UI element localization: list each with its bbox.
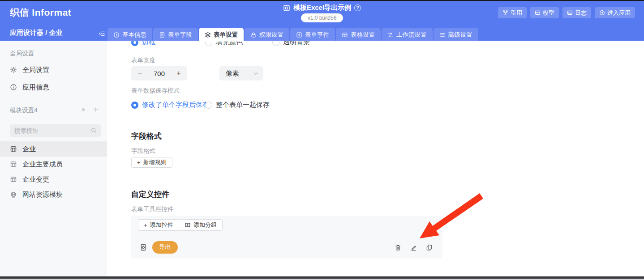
add-group-icon — [185, 222, 191, 228]
form-width-value[interactable]: 700 — [154, 70, 165, 77]
app-header: 织信 Informat 模板Excel导出示例 ? v1.0 build56 引… — [0, 1, 644, 41]
tab-form-fields[interactable]: 表单字段 — [153, 28, 198, 42]
toolbar-controls-label: 表单工具栏控件 — [131, 205, 174, 213]
app-window: 边框 填充颜色 透明背景 表单宽度 − 700 + 像素 表单数据保存模式 修改… — [0, 0, 644, 280]
field-format-label: 字段格式 — [131, 147, 155, 155]
export-control-button[interactable]: 导出 — [152, 241, 178, 254]
radio-label: 整个表单一起保存 — [216, 101, 270, 109]
control-item-row: 导出 — [131, 236, 442, 259]
help-icon[interactable]: ? — [354, 4, 361, 11]
button-label: 引用 — [511, 9, 522, 17]
save-mode-label: 表单数据保存模式 — [131, 87, 180, 95]
field-format-heading: 字段格式 — [131, 131, 162, 141]
radio-label: 修改了单个字段后保存 — [142, 101, 209, 109]
tab-label: 基本信息 — [122, 31, 146, 39]
button-label: 进入应用 — [607, 9, 631, 17]
sidebar-module-enterprise[interactable]: 企业 — [0, 141, 107, 157]
tab-label: 表格设置 — [351, 31, 375, 39]
tab-label: 表单事件 — [305, 31, 329, 39]
layers-icon — [205, 32, 211, 38]
sidebar-item-global-settings[interactable]: 全局设置 — [0, 61, 107, 78]
button-label: 添加控件 — [150, 221, 173, 229]
module-section-actions — [80, 106, 99, 113]
edit-icon[interactable] — [410, 244, 417, 251]
logs-icon — [567, 10, 573, 16]
designer-sidebar: 全局设置 全局设置 应用信息 模块设置4 — [0, 41, 107, 276]
add-rule-button[interactable]: + 新增规则 — [131, 157, 172, 168]
chevron-down-icon — [253, 70, 259, 76]
stepper-minus-button[interactable]: − — [137, 69, 143, 77]
info-circle-icon — [10, 84, 17, 91]
width-unit-select[interactable]: 像素 — [219, 66, 263, 81]
info-icon — [113, 32, 120, 38]
button-label: 新增规则 — [143, 158, 167, 166]
tab-workflow-settings[interactable]: 工作流设置 — [382, 28, 433, 42]
tab-basic-info[interactable]: 基本信息 — [107, 28, 152, 42]
tab-form-settings[interactable]: 表单设置 — [199, 28, 244, 42]
stepper-plus-button[interactable]: + — [176, 69, 182, 77]
table-module-icon — [10, 145, 17, 153]
module-search-input[interactable] — [10, 124, 101, 137]
radio-save-whole-form[interactable]: 整个表单一起保存 — [205, 101, 270, 109]
header-actions: 引用 模型 日志 进入应用 — [498, 7, 635, 18]
module-label: 企业主要成员 — [22, 160, 63, 169]
button-label: 日志 — [575, 9, 587, 17]
window-top-edge — [0, 0, 644, 1]
stack-icon — [439, 32, 446, 38]
tab-label: 工作流设置 — [396, 31, 427, 39]
collapse-all-icon[interactable] — [80, 106, 86, 113]
tab-advanced-settings[interactable]: 高级设置 — [434, 28, 478, 42]
copy-icon[interactable] — [426, 244, 433, 251]
form-width-label: 表单宽度 — [131, 56, 155, 64]
collapse-sidebar-icon[interactable] — [99, 30, 105, 37]
search-icon — [90, 127, 97, 134]
add-group-button[interactable]: 添加分组 — [179, 219, 223, 231]
sidebar-item-label: 应用信息 — [22, 83, 49, 92]
app-icon — [283, 4, 290, 12]
sidebar-item-label: 全局设置 — [22, 66, 49, 74]
delete-icon[interactable] — [395, 244, 401, 251]
module-label: 网站资源模块 — [22, 191, 63, 199]
model-icon — [535, 10, 541, 16]
logs-button[interactable]: 日志 — [562, 7, 591, 18]
sidebar-module-web-resources[interactable]: 网站资源模块 — [0, 187, 107, 202]
toolbar-controls-panel: + 添加控件 添加分组 导出 — [131, 216, 442, 259]
model-button[interactable]: 模型 — [530, 7, 559, 18]
radio-dot[interactable] — [205, 102, 212, 109]
module-label: 企业变更 — [22, 175, 49, 184]
references-button[interactable]: 引用 — [498, 7, 527, 18]
lock-icon — [250, 32, 257, 38]
table-module-icon — [10, 161, 17, 168]
breadcrumb: 应用设计器 / 企业 — [10, 29, 63, 37]
custom-controls-heading: 自定义控件 — [131, 189, 169, 199]
control-type-icon — [140, 244, 147, 251]
add-module-icon[interactable] — [93, 106, 99, 113]
form-width-stepper: − 700 + — [131, 66, 187, 81]
table-icon — [342, 32, 348, 38]
tab-label: 高级设置 — [448, 31, 472, 39]
radio-save-per-field[interactable]: 修改了单个字段后保存 — [131, 101, 209, 109]
settings-tabs: 基本信息 表单字段 表单设置 权限设置 — [107, 28, 478, 42]
plus-icon: + — [137, 159, 141, 166]
tab-table-settings[interactable]: 表格设置 — [336, 28, 381, 42]
document-icon — [159, 32, 165, 38]
tab-form-events[interactable]: 表单事件 — [290, 28, 335, 42]
enter-app-button[interactable]: 进入应用 — [595, 7, 635, 18]
enter-app-icon — [599, 10, 605, 16]
add-control-button[interactable]: + 添加控件 — [138, 219, 179, 231]
gear-icon — [10, 66, 17, 73]
sidebar-item-app-info[interactable]: 应用信息 — [0, 79, 107, 96]
version-badge[interactable]: v1.0 build56 — [301, 13, 343, 22]
button-label: 模型 — [543, 9, 554, 17]
globe-icon — [10, 191, 17, 198]
tab-label: 权限设置 — [259, 31, 283, 39]
radio-dot[interactable] — [131, 102, 138, 109]
sidebar-module-key-members[interactable]: 企业主要成员 — [0, 157, 107, 172]
tab-permission-settings[interactable]: 权限设置 — [245, 28, 289, 42]
tab-label: 表单字段 — [168, 31, 192, 39]
module-search — [10, 124, 101, 137]
event-icon — [296, 32, 302, 38]
control-actions — [395, 244, 433, 251]
global-section-label: 全局设置 — [10, 50, 34, 58]
sidebar-module-changes[interactable]: 企业变更 — [0, 172, 107, 187]
